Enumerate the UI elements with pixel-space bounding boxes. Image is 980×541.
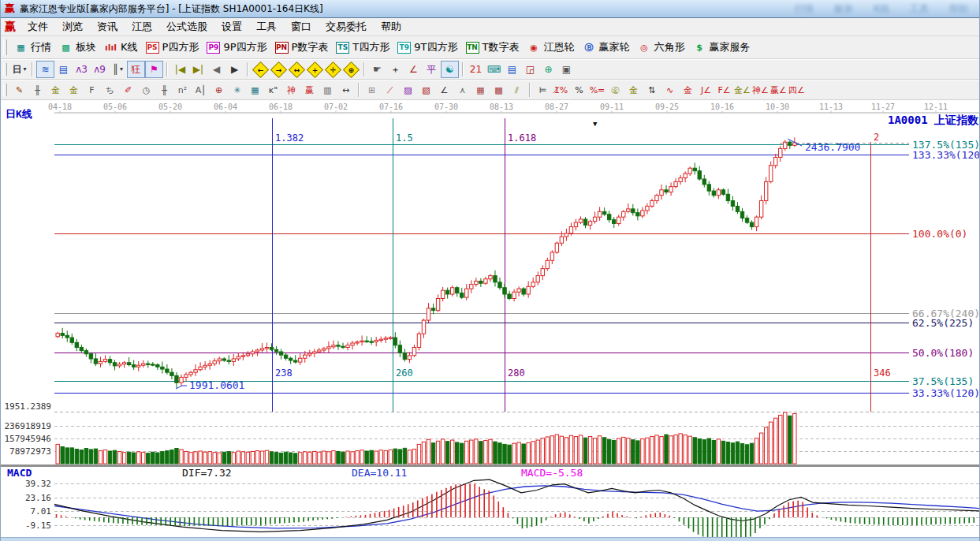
gann-level-label: 100.0%(0)	[912, 228, 967, 240]
four-angle-icon[interactable]: 四∠	[788, 82, 805, 98]
flag-chart-icon[interactable]: ⚑	[146, 62, 162, 77]
s-line-icon[interactable]: ち	[102, 82, 118, 98]
updown-icon[interactable]: ⇅	[643, 82, 660, 98]
percent-line-icon[interactable]: %=	[589, 82, 606, 98]
overlap-icon[interactable]: ≋	[37, 62, 54, 77]
bars3-icon[interactable]: ʌ3	[73, 62, 90, 77]
network-icon[interactable]: ⊕	[540, 62, 557, 77]
square-web-icon[interactable]: ▦	[247, 82, 263, 98]
gold-angle-icon[interactable]: 金	[680, 82, 696, 98]
brain-icon[interactable]: ☯	[442, 62, 458, 77]
draw-pen-icon[interactable]: ✎	[11, 82, 28, 98]
shen-angle-icon[interactable]: 神∠	[752, 82, 769, 98]
calendar-icon[interactable]: 21	[468, 62, 484, 77]
gold-line-icon[interactable]: 金	[625, 82, 642, 98]
zoom-h-icon[interactable]: ↔	[289, 62, 305, 77]
toolbar-button-行情[interactable]: ▦行情	[10, 39, 55, 55]
wave2-icon[interactable]: ∿	[661, 82, 678, 98]
crosshair-icon[interactable]: ＋	[387, 62, 404, 77]
candle-style-icon[interactable]: ║▾	[110, 62, 126, 77]
n2-icon[interactable]: n²	[174, 82, 191, 98]
toolbar-button-板块[interactable]: ▩板块	[55, 39, 100, 55]
toolbar-grip	[3, 39, 7, 55]
menu-文件[interactable]: 文件	[20, 18, 55, 35]
grid-lines-icon[interactable]: ╫	[29, 82, 46, 98]
f-line-icon[interactable]: F	[84, 82, 100, 98]
zoom-all-icon[interactable]: ✛	[325, 62, 341, 77]
fan-box-icon[interactable]: ▨	[400, 82, 416, 98]
zoom-full-icon[interactable]: ⊕	[343, 62, 360, 77]
percent-icon[interactable]: %	[571, 82, 587, 98]
hatch-icon[interactable]: ╫	[156, 82, 173, 98]
save-icon[interactable]: ◲	[522, 62, 538, 77]
menu-浏览[interactable]: 浏览	[55, 18, 90, 35]
toolbar-button-9T四方形[interactable]: T99T四方形	[393, 39, 461, 55]
star-web-icon[interactable]: ✳	[229, 82, 245, 98]
gold-grid2-icon[interactable]: 金	[65, 82, 82, 98]
k-mark-icon[interactable]: ĸ"	[265, 82, 281, 98]
j-angle-icon[interactable]: J∠	[698, 82, 714, 98]
angle-measure-icon[interactable]: ∠	[405, 62, 422, 77]
fan-red-icon[interactable]: ⟋	[382, 82, 398, 98]
wave-icon[interactable]: ⋏	[454, 82, 471, 98]
menu-江恩[interactable]: 江恩	[125, 18, 159, 35]
gold-grid1-icon[interactable]: 金	[47, 82, 64, 98]
toolbar-button-T数字表[interactable]: TNT数字表	[462, 39, 524, 55]
menu-设置[interactable]: 设置	[214, 18, 249, 35]
prev-icon[interactable]: ◀	[208, 62, 225, 77]
pattern-icon[interactable]: 狂	[128, 62, 144, 77]
toolbar-button-K线[interactable]: ılılK线	[100, 39, 142, 55]
menu-资讯[interactable]: 资讯	[90, 18, 125, 35]
toolbar-button-江恩轮[interactable]: ◉江恩轮	[523, 39, 578, 55]
gann-count-label: 238	[275, 368, 293, 379]
calculator-icon[interactable]: ⌨	[486, 62, 502, 77]
toolbar-button-P数字表[interactable]: PNP数字表	[271, 39, 333, 55]
menu-帮助[interactable]: 帮助	[374, 18, 408, 35]
toolbar-button-T四方形[interactable]: TST四方形	[332, 39, 393, 55]
grid-red1-icon[interactable]: ▦	[472, 82, 489, 98]
toolbar-button-P四方形[interactable]: PSP四方形	[142, 39, 203, 55]
chart-canvas[interactable]: 04-1805-0605-2006-0406-1807-0207-1607-30…	[1, 100, 980, 541]
red-pen-icon[interactable]: ✐	[120, 82, 136, 98]
notes-icon[interactable]: ▤	[504, 62, 520, 77]
first-page-icon[interactable]: |◀	[172, 62, 188, 77]
toolbar-button-赢家轮[interactable]: Ⓑ赢家轮	[578, 39, 633, 55]
clock-cycle-icon[interactable]: ◷	[138, 82, 155, 98]
zoom-right-icon[interactable]: →	[270, 62, 287, 77]
a-channel-icon[interactable]: A⎮	[192, 82, 209, 98]
menu-公式选股[interactable]: 公式选股	[159, 18, 214, 35]
menu-交易委托[interactable]: 交易委托	[319, 18, 374, 35]
gold-circle-icon[interactable]: ㊎	[607, 82, 624, 98]
toolbar-grip	[3, 63, 7, 76]
last-page-icon[interactable]: ▶|	[190, 62, 207, 77]
hand-icon[interactable]: ☛	[369, 62, 386, 77]
grid-red2-icon[interactable]: ▩	[490, 82, 507, 98]
toolbar-button-赢家服务[interactable]: $赢家服务	[688, 39, 754, 55]
grid123-icon[interactable]: ▥	[319, 82, 336, 98]
bars9-icon[interactable]: ʌ9	[91, 62, 108, 77]
fan-shade-icon[interactable]: ▧	[418, 82, 434, 98]
computer-icon[interactable]: ▣	[558, 62, 575, 77]
zoom-in-icon[interactable]: +	[307, 62, 323, 77]
info-doc-icon[interactable]: ▤	[55, 62, 72, 77]
width-arrow-icon[interactable]: ↔	[337, 82, 354, 98]
list-percent-icon[interactable]: ⊨	[535, 82, 551, 98]
gann-tool-icon[interactable]: 平	[423, 62, 440, 77]
zoom-left-icon[interactable]: ←	[252, 62, 269, 77]
menu-窗口[interactable]: 窗口	[284, 18, 319, 35]
win-angle-icon[interactable]: 赢∠	[770, 82, 787, 98]
angle-line-icon[interactable]: ∠	[436, 82, 453, 98]
toolbar-button-六角形[interactable]: ◎六角形	[633, 39, 688, 55]
shen-grid-icon[interactable]: 神	[283, 82, 300, 98]
gold2-angle-icon[interactable]: 金∠	[734, 82, 751, 98]
f-angle-icon[interactable]: F∠	[716, 82, 732, 98]
circle-cross-icon[interactable]: ⊕	[211, 82, 227, 98]
box-tool-icon[interactable]: ⊞	[363, 82, 380, 98]
one-percent-icon[interactable]: 1̸%	[553, 82, 569, 98]
period-selector[interactable]: 日▾	[11, 62, 28, 77]
win-grid-icon[interactable]: 赢	[301, 82, 318, 98]
slash-icon[interactable]: ⫽	[509, 82, 525, 98]
next-icon[interactable]: ▶	[226, 62, 243, 77]
menu-工具[interactable]: 工具	[249, 18, 284, 35]
toolbar-button-9P四方形[interactable]: P99P四方形	[203, 39, 270, 55]
